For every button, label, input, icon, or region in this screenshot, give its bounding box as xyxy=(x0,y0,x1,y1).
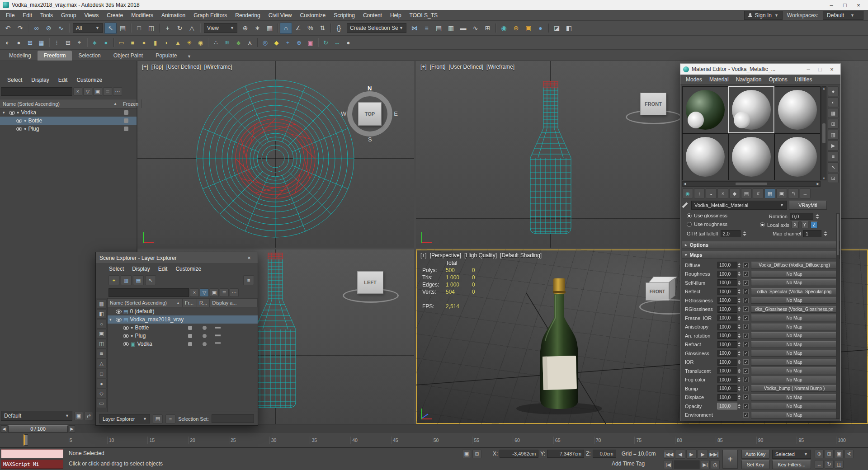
visibility-eye-icon[interactable] xyxy=(123,334,129,338)
sphere-teal-icon[interactable]: ● xyxy=(100,38,112,48)
viewport-general-menu[interactable]: [+] xyxy=(420,64,427,70)
viewcube-left-face[interactable]: LEFT xyxy=(357,271,383,294)
explorer-preset-dropdown[interactable]: Default▼ xyxy=(1,411,72,421)
material-slot-1[interactable] xyxy=(682,86,728,133)
zoom-icon[interactable]: ⊕ xyxy=(815,450,824,458)
sample-uv-tiling-icon[interactable]: ⊞ xyxy=(828,119,839,129)
go-to-end-icon[interactable]: ▶▶| xyxy=(709,450,719,459)
maximize-button[interactable]: □ xyxy=(838,0,852,9)
teapot-primitive-icon[interactable]: ◗ xyxy=(161,38,172,48)
map-enable-checkbox[interactable]: ✓ xyxy=(743,333,749,338)
reset-map-icon[interactable]: × xyxy=(717,188,728,198)
map-slot-button[interactable]: No Map xyxy=(751,315,838,321)
menu-group[interactable]: Group xyxy=(57,10,80,21)
frozen-toggle[interactable] xyxy=(124,118,128,123)
me-menu-material[interactable]: Material xyxy=(706,74,732,85)
toolbar-icon[interactable] xyxy=(255,38,259,48)
frozen-toggle[interactable] xyxy=(188,334,192,338)
menu-tools-ts[interactable]: TOOLS_TS xyxy=(406,10,442,21)
spinner-arrows[interactable] xyxy=(738,297,742,304)
unlink-selection-icon[interactable]: ⊘ xyxy=(42,23,55,34)
display-toggle[interactable] xyxy=(215,334,221,338)
absolute-offset-toggle[interactable]: ⊞ xyxy=(472,450,481,458)
pan-tool-icon[interactable]: ↔ xyxy=(331,38,343,48)
key-filters-button[interactable]: Key Filters... xyxy=(772,460,811,469)
viewport-quality-menu[interactable]: [High Quality] xyxy=(464,252,497,258)
table-grid-icon[interactable]: ▦ xyxy=(36,38,47,48)
toolbar-icon[interactable] xyxy=(276,23,280,34)
maximize-viewport-toggle-icon[interactable]: ◫ xyxy=(835,460,844,469)
spinner-arrows[interactable] xyxy=(738,270,742,277)
select-object-icon[interactable]: ↖ xyxy=(104,23,117,34)
spinner-arrows[interactable] xyxy=(738,323,742,330)
ribbon-tab-selection[interactable]: Selection xyxy=(72,51,107,61)
viewcube-compass[interactable]: N E S W TOP xyxy=(343,87,397,141)
y-coordinate-field[interactable]: 7,3487cm xyxy=(547,450,584,458)
make-material-copy-icon[interactable]: ◆ xyxy=(729,188,740,198)
z-coordinate-field[interactable]: 0,0cm xyxy=(593,450,616,458)
viewcube-front-face[interactable]: FRONT xyxy=(640,93,666,115)
ribbon-tab-object-paint[interactable]: Object Paint xyxy=(107,51,149,61)
select-and-scale-icon[interactable]: △ xyxy=(186,23,198,34)
ribbon-tab-modeling[interactable]: Modeling xyxy=(3,51,38,61)
select-and-rotate-icon[interactable]: ↻ xyxy=(174,23,186,34)
maxscript-mini-listener[interactable]: MAXScript Mi xyxy=(1,460,63,469)
map-slot-button[interactable]: No Map xyxy=(751,359,838,366)
geosphere-primitive-icon[interactable]: ◉ xyxy=(195,38,206,48)
map-amount-spinner[interactable]: 100,0 xyxy=(717,271,737,277)
align-icon[interactable]: ≡ xyxy=(420,23,433,34)
clone-array-icon[interactable]: ⊟ xyxy=(62,38,74,48)
orbit-tool-icon[interactable]: ↻ xyxy=(320,38,331,48)
pick-material-icon[interactable] xyxy=(682,202,688,208)
toolbar-icon[interactable] xyxy=(206,38,210,48)
next-key-icon[interactable]: ▶| xyxy=(701,460,710,469)
viewcube[interactable]: LEFT xyxy=(342,268,401,309)
map-enable-checkbox[interactable]: ✓ xyxy=(743,395,749,400)
viewport-pov-menu[interactable]: [Perspective] xyxy=(430,252,461,258)
sample-type-icon[interactable]: ● xyxy=(828,86,839,96)
time-slider-handle[interactable]: 0 / 100 xyxy=(8,425,68,432)
camera-icon[interactable]: ◎ xyxy=(259,38,271,48)
expand-arrow[interactable]: ▾ xyxy=(109,317,114,322)
menu-graph-editors[interactable]: Graph Editors xyxy=(189,10,231,21)
more-options-icon[interactable]: ⋯ xyxy=(230,288,239,297)
frozen-toggle[interactable] xyxy=(124,127,128,131)
sphere-shade-icon[interactable]: ◐ xyxy=(2,38,13,48)
spinner-snap-icon[interactable]: ⇅ xyxy=(316,23,329,34)
explorer-menu-select[interactable]: Select xyxy=(3,75,27,85)
search-input[interactable] xyxy=(108,288,189,297)
frozen-toggle[interactable] xyxy=(124,110,128,115)
material-slot-5[interactable] xyxy=(728,133,774,180)
row-bottle[interactable]: ● Bottle xyxy=(0,117,137,125)
explorer-mode-dropdown[interactable]: Layer Explorer▼ xyxy=(99,414,150,423)
next-frame-arrow[interactable]: ▶ xyxy=(69,425,75,432)
render-setup-icon[interactable]: ⊛ xyxy=(510,23,522,34)
display-toggle[interactable] xyxy=(215,326,221,330)
me-menu-modes[interactable]: Modes xyxy=(682,74,706,85)
me-menu-utilities[interactable]: Utilities xyxy=(791,74,816,85)
map-amount-spinner[interactable]: 100,0 xyxy=(717,262,737,268)
menu-modifiers[interactable]: Modifiers xyxy=(127,10,157,21)
previous-frame-icon[interactable]: ◀ xyxy=(675,450,685,459)
toolbar-icon[interactable] xyxy=(494,23,498,34)
me-menu-options[interactable]: Options xyxy=(765,74,791,85)
spinner-arrows[interactable] xyxy=(738,341,742,348)
close-icon[interactable]: × xyxy=(826,65,838,73)
map-slot-button[interactable]: Vodka_Diffuse (Vodka_Diffuse.png) xyxy=(751,262,838,268)
material-slot-3[interactable] xyxy=(774,86,821,133)
add-selection-to-new-layer-icon[interactable]: ▥ xyxy=(121,275,132,285)
explorer-sync-icon[interactable]: ⇄ xyxy=(84,412,93,420)
helper-icon[interactable]: + xyxy=(282,38,293,48)
map-slot-button[interactable]: No Map xyxy=(751,279,838,286)
compass-east[interactable]: E xyxy=(394,110,398,117)
select-by-name-icon[interactable]: ▤ xyxy=(117,23,129,34)
reference-coordinate-dropdown[interactable]: View▼ xyxy=(204,23,237,33)
bind-to-space-warp-icon[interactable]: ∿ xyxy=(55,23,67,34)
assign-material-to-selection-icon[interactable]: ◒ xyxy=(706,188,717,198)
selection-lock-toggle[interactable]: ▣ xyxy=(462,450,471,458)
map-slot-button[interactable]: No Map xyxy=(751,324,838,330)
viewport-user-menu[interactable]: [User Defined] xyxy=(448,64,483,70)
map-amount-spinner[interactable]: 100,0 xyxy=(717,359,737,366)
rendered-frame-icon[interactable]: ▣ xyxy=(522,23,534,34)
renderable-toggle[interactable] xyxy=(203,334,207,338)
